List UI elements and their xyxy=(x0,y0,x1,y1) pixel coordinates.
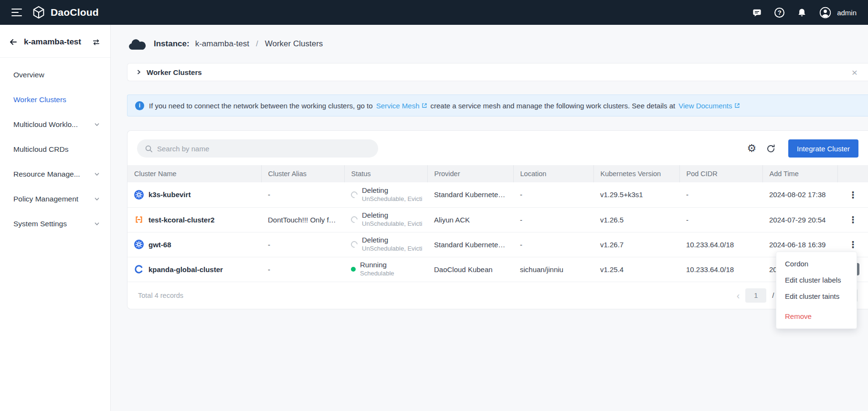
instance-label: Instance: xyxy=(154,39,190,49)
switch-instance-icon[interactable] xyxy=(92,38,101,47)
cluster-provider: DaoCloud Kubean xyxy=(427,257,513,282)
username[interactable]: admin xyxy=(837,9,857,17)
add-time: 2024-07-29 20:54 xyxy=(762,207,837,232)
deleting-spinner-icon xyxy=(349,215,359,224)
page-input[interactable] xyxy=(745,288,766,303)
status-text: Deleting xyxy=(362,186,422,195)
status-text: Deleting xyxy=(362,236,422,245)
pod-cidr: - xyxy=(679,182,762,207)
cluster-name[interactable]: test-kcoral-cluster2 xyxy=(148,216,214,224)
external-link-icon xyxy=(422,103,427,108)
help-icon[interactable]: ? xyxy=(774,8,784,18)
pod-cidr: - xyxy=(679,207,762,232)
cluster-provider: Aliyun ACK xyxy=(427,207,513,232)
kubernetes-version: v1.29.5+k3s1 xyxy=(593,182,679,207)
chevron-right-icon xyxy=(136,69,142,75)
sidebar-item-multicloud-worklo[interactable]: Multicloud Worklo... xyxy=(0,112,110,137)
status-subtext: UnSchedulable, Evicti xyxy=(362,195,422,203)
brand-name: DaoCloud xyxy=(51,7,99,18)
row-actions-button[interactable]: ⋮ xyxy=(847,213,859,226)
breadcrumb-page: Worker Clusters xyxy=(265,39,323,49)
cluster-name[interactable]: kpanda-global-cluster xyxy=(148,265,223,274)
chevron-down-icon xyxy=(94,122,100,127)
refresh-icon[interactable] xyxy=(766,144,776,154)
column-header-cluster-name: Cluster Name xyxy=(127,165,261,182)
view-documents-link[interactable]: View Documents xyxy=(678,102,740,110)
deleting-spinner-icon xyxy=(349,240,359,249)
sidebar-item-policy-management[interactable]: Policy Management xyxy=(0,187,110,211)
table-row: gwt-68-DeletingUnSchedulable, EvictiStan… xyxy=(127,232,868,257)
sidebar-item-resource-manage[interactable]: Resource Manage... xyxy=(0,162,110,187)
ellipsis-icon: ⋮ xyxy=(848,190,857,200)
clusters-table: Cluster NameCluster AliasStatusProviderL… xyxy=(127,165,868,282)
back-icon[interactable] xyxy=(9,37,18,47)
service-mesh-link-label: Service Mesh xyxy=(376,102,420,110)
column-header-cluster-alias: Cluster Alias xyxy=(261,165,344,182)
cluster-alias: DontTouch!!! Only for ... xyxy=(261,207,344,232)
messages-icon[interactable] xyxy=(752,8,762,18)
notifications-bell-icon[interactable] xyxy=(797,8,807,18)
search-box[interactable] xyxy=(137,139,378,158)
deleting-spinner-icon xyxy=(349,190,359,200)
menu-toggle-button[interactable] xyxy=(11,8,22,17)
topbar-actions: ? admin xyxy=(752,7,857,19)
cluster-location: - xyxy=(513,207,593,232)
add-time: 2024-08-02 17:38 xyxy=(762,182,837,207)
sidebar-item-system-settings[interactable]: System Settings xyxy=(0,211,110,236)
sidebar-item-overview[interactable]: Overview xyxy=(0,63,110,87)
column-header-provider: Provider xyxy=(427,165,513,182)
daocloud-logo-icon xyxy=(32,5,46,20)
clusters-toolbar: ⚙ Integrate Cluster xyxy=(127,131,868,165)
cloud-icon xyxy=(127,37,147,51)
clusters-panel: ⚙ Integrate Cluster Cluster NameCluster … xyxy=(127,130,868,309)
search-input[interactable] xyxy=(157,145,370,153)
breadcrumb-instance[interactable]: k-amamba-test xyxy=(195,39,249,49)
pod-cidr: 10.233.64.0/18 xyxy=(679,232,762,257)
close-icon[interactable]: × xyxy=(852,67,857,77)
search-icon xyxy=(145,145,153,153)
sidebar-item-label: Worker Clusters xyxy=(13,95,66,104)
kubernetes-version: v1.25.4 xyxy=(593,257,679,282)
sidebar-item-multicloud-crds[interactable]: Multicloud CRDs xyxy=(0,137,110,162)
status-text: Running xyxy=(360,261,394,270)
alert-text-middle: create a service mesh and manage the fol… xyxy=(431,102,676,110)
external-link-icon xyxy=(734,103,740,108)
cluster-name[interactable]: k3s-kubevirt xyxy=(148,190,191,199)
integrate-cluster-button[interactable]: Integrate Cluster xyxy=(788,139,858,158)
column-header-status: Status xyxy=(344,165,427,182)
previous-page-icon[interactable]: ‹ xyxy=(737,291,740,300)
menu-item-cordon[interactable]: Cordon xyxy=(776,256,857,272)
menu-item-edit-cluster-labels[interactable]: Edit cluster labels xyxy=(776,272,857,288)
running-dot-icon xyxy=(351,267,356,272)
worker-clusters-collapse-bar[interactable]: Worker Clusters × xyxy=(127,63,868,81)
sidebar-item-label: Policy Management xyxy=(13,195,78,203)
aliyun-ack-icon xyxy=(134,215,144,224)
sidebar-item-worker-clusters[interactable]: Worker Clusters xyxy=(0,87,110,112)
row-actions-button[interactable]: ⋮ xyxy=(847,189,859,201)
app-root: DaoCloud ? xyxy=(0,0,868,411)
status-subtext: UnSchedulable, Evicti xyxy=(362,245,422,253)
row-actions-button[interactable]: ⋮ xyxy=(847,238,859,251)
chevron-down-icon xyxy=(94,221,100,227)
avatar[interactable] xyxy=(819,7,831,19)
column-header-pod-cidr: Pod CIDR xyxy=(679,165,762,182)
brand[interactable]: DaoCloud xyxy=(32,5,99,20)
info-icon: i xyxy=(135,101,144,110)
table-footer: Total 4 records ‹ / 1 xyxy=(127,282,868,309)
cluster-name[interactable]: gwt-68 xyxy=(148,241,171,249)
breadcrumb-separator: / xyxy=(256,39,258,49)
kubernetes-version: v1.26.5 xyxy=(593,207,679,232)
cluster-alias: - xyxy=(261,232,344,257)
cluster-title: k-amamba-test xyxy=(24,37,86,47)
service-mesh-link[interactable]: Service Mesh xyxy=(376,102,427,110)
view-documents-link-label: View Documents xyxy=(678,102,732,110)
daocloud-cluster-icon xyxy=(134,264,144,274)
gear-icon[interactable]: ⚙ xyxy=(747,143,756,154)
sidebar-item-label: Overview xyxy=(13,71,44,79)
menu-item-remove[interactable]: Remove xyxy=(776,308,857,325)
chevron-down-icon xyxy=(94,196,100,202)
sidebar-item-label: System Settings xyxy=(13,220,67,228)
menu-item-edit-cluster-taints[interactable]: Edit cluster taints xyxy=(776,288,857,305)
chevron-down-icon xyxy=(94,171,100,177)
cluster-provider: Standard Kubernetes ... xyxy=(427,182,513,207)
